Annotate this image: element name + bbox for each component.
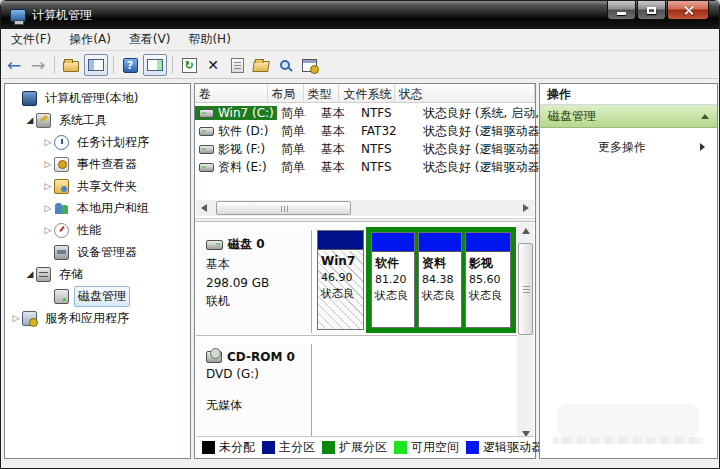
partition-software-d[interactable]: 软件 81.20 状态良 <box>371 232 415 328</box>
more-actions-item[interactable]: 更多操作 <box>540 136 717 158</box>
expander-closed-icon[interactable]: ▷ <box>42 203 54 213</box>
extended-swatch <box>322 441 335 454</box>
back-button[interactable]: ← <box>3 54 25 76</box>
refresh-button[interactable]: ↻ <box>178 54 200 76</box>
column-header-type[interactable]: 类型 <box>304 84 340 102</box>
tree-item-system-tools[interactable]: ◢ 系统工具 <box>6 109 189 131</box>
hscroll-thumb[interactable] <box>216 201 351 215</box>
scroll-left-button[interactable] <box>196 200 212 216</box>
disk-management-icon <box>54 289 69 304</box>
logical-drive-bar <box>372 233 414 252</box>
system-tools-icon <box>36 113 51 128</box>
tree-item-task-scheduler[interactable]: ▷ 任务计划程序 <box>6 131 189 153</box>
tree-item-shared-folders[interactable]: ▷ 共享文件夹 <box>6 175 189 197</box>
help-button[interactable]: ? <box>119 54 141 76</box>
logical-drive-bar <box>466 233 510 252</box>
legend-extended: 扩展分区 <box>322 439 387 456</box>
volume-row-software-d[interactable]: 软件 (D:) 简单 基本 FAT32 状态良好 (逻辑驱动器) <box>195 122 535 140</box>
graphical-view-vscrollbar[interactable] <box>517 223 534 442</box>
expander-open-icon[interactable]: ◢ <box>24 115 36 125</box>
volume-row-win7-c[interactable]: Win7 (C:) 简单 基本 NTFS 状态良好 (系统, 启动, 页 <box>195 104 535 122</box>
column-header-volume[interactable]: 卷 <box>195 84 268 102</box>
partition-win7-c[interactable]: Win7 46.90 状态良 <box>317 230 364 330</box>
forward-icon: → <box>31 57 45 74</box>
expander-closed-icon[interactable]: ▷ <box>10 313 22 323</box>
toolbar-separator <box>54 56 55 74</box>
scroll-right-icon <box>523 204 529 212</box>
task-scheduler-icon <box>54 135 69 150</box>
delete-button[interactable]: ✕ <box>202 54 224 76</box>
properties-button[interactable] <box>226 54 248 76</box>
cdrom-icon <box>206 351 222 363</box>
back-icon: ← <box>7 57 21 74</box>
forward-button[interactable]: → <box>27 54 49 76</box>
cdrom-media: 无媒体 <box>206 397 305 414</box>
tree-item-disk-management[interactable]: 磁盘管理 <box>6 285 189 307</box>
minimize-icon <box>617 12 626 15</box>
minimize-button[interactable] <box>607 1 636 20</box>
close-button[interactable] <box>667 1 709 20</box>
show-action-pane-button[interactable] <box>143 54 167 76</box>
partition-movies-f[interactable]: 影视 85.60 状态良 <box>465 232 511 328</box>
tree-item-device-manager[interactable]: 设备管理器 <box>6 241 189 263</box>
disk0-info[interactable]: 磁盘 0 基本 298.09 GB 联机 <box>198 230 312 333</box>
partition-data-e[interactable]: 资料 84.38 状态良 <box>418 232 462 328</box>
expander-closed-icon[interactable]: ▷ <box>42 181 54 191</box>
customize-button[interactable] <box>298 54 320 76</box>
menu-help[interactable]: 帮助(H) <box>179 28 239 51</box>
window-controls <box>606 1 709 20</box>
column-header-layout[interactable]: 布局 <box>268 84 304 102</box>
legend-unallocated: 未分配 <box>202 439 255 456</box>
volume-icon <box>199 127 214 136</box>
tree-item-local-users-groups[interactable]: ▷ 本地用户和组 <box>6 197 189 219</box>
magnifier-icon <box>280 60 290 70</box>
column-header-filesystem[interactable]: 文件系统 <box>339 84 394 102</box>
menu-view[interactable]: 查看(V) <box>120 28 180 51</box>
collapse-icon[interactable] <box>701 114 709 119</box>
export-list-button[interactable] <box>60 54 82 76</box>
find-button[interactable] <box>274 54 296 76</box>
scroll-right-button[interactable] <box>518 200 534 216</box>
tree-item-performance[interactable]: ▷ 性能 <box>6 219 189 241</box>
refresh-icon: ↻ <box>182 58 197 73</box>
menu-action[interactable]: 操作(A) <box>60 28 120 51</box>
vscroll-thumb[interactable] <box>518 243 533 335</box>
cdrom-info[interactable]: CD-ROM 0 DVD (G:) 无媒体 <box>198 344 312 436</box>
disk0-type: 基本 <box>206 256 305 273</box>
menu-file[interactable]: 文件(F) <box>2 28 60 51</box>
volume-row-movies-f[interactable]: 影视 (F:) 简单 基本 NTFS 状态良好 (逻辑驱动器) <box>195 140 535 158</box>
tree-item-computer-management[interactable]: 计算机管理(本地) <box>6 87 189 109</box>
tree-item-services-applications[interactable]: ▷ 服务和应用程序 <box>6 307 189 329</box>
tree-item-event-viewer[interactable]: ▷ 事件查看器 <box>6 153 189 175</box>
disk0-row: 磁盘 0 基本 298.09 GB 联机 Win7 46.90 状态良 <box>196 226 517 336</box>
close-icon <box>683 5 694 16</box>
volume-icon <box>199 145 214 154</box>
disk0-size: 298.09 GB <box>206 276 305 290</box>
tree-item-storage[interactable]: ◢ 存储 <box>6 263 189 285</box>
volume-icon <box>199 109 214 118</box>
cdrom-row: CD-ROM 0 DVD (G:) 无媒体 <box>196 340 517 438</box>
scroll-up-button[interactable] <box>518 223 534 239</box>
show-console-tree-button[interactable] <box>84 54 108 76</box>
restore-button[interactable] <box>637 1 666 20</box>
watermark-mosaic <box>553 437 703 444</box>
console-tree-pane: 计算机管理(本地) ◢ 系统工具 ▷ 任务计划程序 ▷ 事件查看器 ▷ 共享文件… <box>4 83 191 459</box>
services-icon <box>22 311 37 326</box>
users-icon <box>54 201 69 216</box>
legend-primary: 主分区 <box>262 439 315 456</box>
expander-closed-icon[interactable]: ▷ <box>42 137 54 147</box>
expander-closed-icon[interactable]: ▷ <box>42 159 54 169</box>
computer-icon <box>22 91 37 106</box>
volume-list-hscrollbar[interactable] <box>196 200 534 216</box>
expander-open-icon[interactable]: ◢ <box>24 269 36 279</box>
expander-closed-icon[interactable]: ▷ <box>42 225 54 235</box>
column-header-status[interactable]: 状态 <box>395 84 535 102</box>
performance-icon <box>54 223 69 238</box>
menu-bar: 文件(F) 操作(A) 查看(V) 帮助(H) <box>2 29 718 51</box>
title-bar[interactable]: 计算机管理 <box>1 1 719 29</box>
logical-swatch <box>466 441 479 454</box>
action-pane-icon <box>147 59 163 71</box>
volume-row-data-e[interactable]: 资料 (E:) 简单 基本 NTFS 状态良好 (逻辑驱动器) <box>195 158 535 176</box>
disk-management-section-bar[interactable]: 磁盘管理 <box>540 105 717 128</box>
open-button[interactable] <box>250 54 272 76</box>
